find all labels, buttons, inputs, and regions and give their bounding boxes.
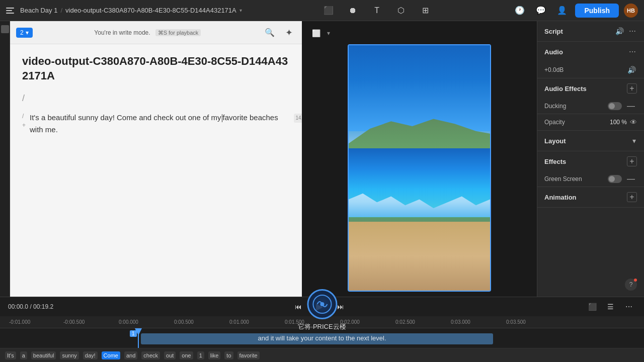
- playhead: [138, 328, 139, 348]
- help-button[interactable]: ?: [625, 279, 637, 291]
- preview-video: [348, 44, 491, 292]
- green-screen-controls: —: [608, 174, 637, 184]
- segment-text-part1: It's a beautiful sunny day! Come and che…: [30, 113, 221, 122]
- current-time: 00:00.0: [8, 303, 28, 310]
- mode-badge[interactable]: 2 ▾: [16, 28, 33, 38]
- play-button[interactable]: ▶: [311, 299, 328, 315]
- segment-slash-icon[interactable]: /: [22, 113, 26, 120]
- script-divider: /: [22, 93, 290, 104]
- topbar-left: Beach Day 1 / video-output-C380A870-A80B…: [6, 6, 242, 16]
- subtitle-word-1: a: [20, 351, 27, 359]
- audio-effects-add-button[interactable]: +: [627, 83, 637, 94]
- audio-speaker-icon[interactable]: 🔊: [626, 65, 637, 75]
- preview-panel: ⬜ ▾: [302, 21, 537, 297]
- thumbnail-icon[interactable]: [1, 25, 9, 33]
- video-frame: [349, 45, 490, 291]
- ducking-minus-button[interactable]: —: [625, 102, 637, 111]
- clock-icon[interactable]: 🕐: [512, 3, 528, 19]
- script-toolbar: 2 ▾ You're in write mode. ⌘S for playbac…: [10, 21, 302, 44]
- ruler-label-0: -0:01.000: [9, 319, 30, 325]
- effects-add-button[interactable]: +: [627, 156, 637, 166]
- subtitle-word-12: to: [224, 351, 233, 359]
- segment-icons: / +: [22, 112, 26, 129]
- audio-db-row: +0.0dB 🔊: [537, 62, 644, 78]
- opacity-section: Opacity 100 % 👁: [537, 114, 644, 131]
- layout-row: Layout ▾: [537, 131, 644, 151]
- breadcrumb-file[interactable]: video-output-C380A870-A80B-4E30-8C55-D14…: [65, 7, 236, 14]
- animation-add-button[interactable]: +: [627, 192, 637, 202]
- subtitle-word-13: favorite: [237, 351, 260, 359]
- segment-text[interactable]: It's a beautiful sunny day! Come and che…: [30, 112, 290, 136]
- record-icon[interactable]: ⏺: [345, 3, 361, 19]
- playback-center: ⏮ ▶ ⏭: [291, 299, 348, 315]
- audio-effects-section: Audio Effects + Ducking —: [537, 78, 644, 114]
- left-sidebar: [0, 21, 10, 297]
- aspect-ratio-button[interactable]: ⬜: [309, 26, 323, 40]
- opacity-label: Opacity: [544, 119, 565, 126]
- layout-label: Layout: [544, 137, 566, 145]
- script-section: Script 🔊 ⋯: [537, 21, 644, 42]
- ruler-label-4: 0:01.000: [229, 319, 249, 325]
- timeline-align-button[interactable]: ☰: [604, 300, 618, 314]
- subtitle-word-4: day!: [83, 351, 98, 359]
- effects-section: Effects + Green Screen —: [537, 151, 644, 187]
- skip-forward-button[interactable]: ⏭: [334, 300, 348, 314]
- green-screen-toggle[interactable]: [608, 175, 622, 183]
- search-button[interactable]: 🔍: [263, 26, 277, 40]
- segment-plus-icon[interactable]: +: [22, 122, 26, 129]
- green-screen-minus-button[interactable]: —: [625, 174, 637, 184]
- ruler-marks: -0:01.000 -0:00.500 0:00.000 0:00.500 0:…: [8, 316, 636, 328]
- mode-text: You're in write mode. ⌘S for playback: [38, 29, 258, 36]
- opacity-value: 100 %: [610, 119, 627, 126]
- beach-sand: [349, 222, 490, 291]
- eye-icon[interactable]: 👁: [630, 118, 637, 126]
- audio-section-header: Audio ⋯: [537, 42, 644, 62]
- layout-collapse-icon[interactable]: ▾: [631, 136, 637, 146]
- publish-button[interactable]: Publish: [575, 4, 619, 18]
- ducking-controls: —: [608, 102, 637, 111]
- text-cursor: [222, 114, 222, 122]
- subtitle-word-5: Come: [102, 351, 120, 359]
- timeline-more-button[interactable]: ⋯: [622, 300, 636, 314]
- hamburger-menu-icon[interactable]: [6, 6, 16, 16]
- script-title: video-output-C380A870-A80B-4E30-8C55-D14…: [22, 54, 290, 83]
- animation-label: Animation: [544, 194, 577, 201]
- mode-number: 2: [20, 29, 24, 36]
- script-segment: / + It's a beautiful sunny day! Come and…: [22, 112, 290, 136]
- camera-icon[interactable]: ⬛: [320, 3, 337, 19]
- audio-section: Audio ⋯ +0.0dB 🔊: [537, 42, 644, 78]
- audio-db-value: +0.0dB: [544, 66, 564, 73]
- grid-icon[interactable]: ⊞: [417, 3, 433, 19]
- breadcrumb-project[interactable]: Beach Day 1: [20, 7, 57, 14]
- ruler-label-2: 0:00.000: [119, 319, 138, 325]
- profile-icon[interactable]: 👤: [554, 3, 570, 19]
- breadcrumb-separator: /: [60, 7, 62, 14]
- effects-row: Effects +: [537, 151, 644, 171]
- preview-toolbar: ⬜ ▾: [307, 26, 532, 40]
- subtitle-word-6: and: [124, 351, 137, 359]
- audio-volume-icon[interactable]: 🔊: [614, 26, 625, 36]
- track-clip[interactable]: [141, 333, 493, 344]
- fit-view-button[interactable]: ⬛: [586, 300, 600, 314]
- comments-icon[interactable]: 💬: [533, 3, 549, 19]
- subtitle-word-10: 1: [197, 351, 204, 359]
- breadcrumb-chevron-icon[interactable]: ▾: [239, 8, 242, 13]
- total-time: 00:19.2: [33, 303, 53, 310]
- shape-icon[interactable]: ⬡: [393, 3, 409, 19]
- script-section-header: Script 🔊 ⋯: [537, 21, 644, 41]
- script-more-icon[interactable]: ⋯: [628, 26, 637, 36]
- animation-row: Animation +: [537, 187, 644, 207]
- magic-button[interactable]: ✦: [282, 26, 296, 40]
- beach-sky: [349, 45, 490, 131]
- skip-back-button[interactable]: ⏮: [291, 300, 305, 314]
- audio-more-icon[interactable]: ⋯: [628, 47, 637, 57]
- subtitle-word-0: It's: [5, 351, 16, 359]
- animation-section: Animation +: [537, 187, 644, 208]
- green-screen-row: Green Screen —: [537, 171, 644, 187]
- text-icon[interactable]: T: [369, 3, 385, 19]
- ruler-label-1: -0:00.500: [63, 319, 85, 325]
- bottom-area: 00:00.0 / 00:19.2 ⏮ ▶ ⏭ ⬛ ☰ ⋯ -0:01.000 …: [0, 297, 644, 362]
- avatar[interactable]: HB: [624, 4, 638, 18]
- main-area: 2 ▾ You're in write mode. ⌘S for playbac…: [0, 21, 644, 297]
- ducking-toggle[interactable]: [608, 102, 622, 110]
